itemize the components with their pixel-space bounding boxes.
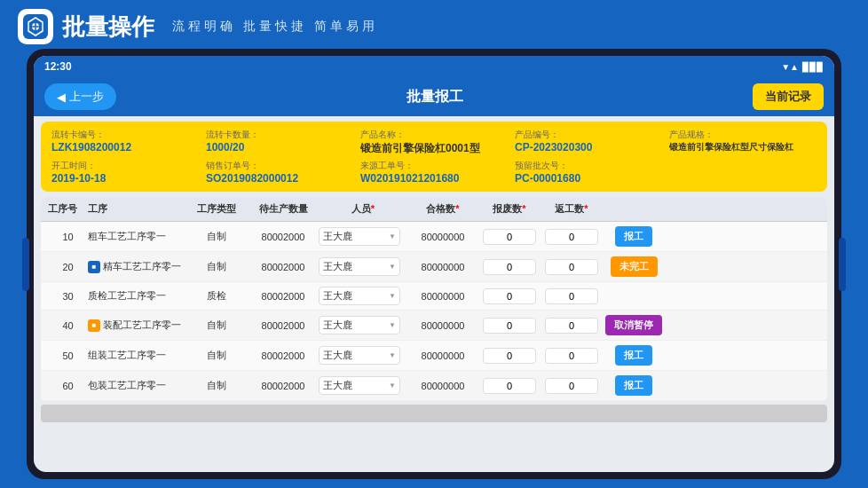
info-product-code: 产品编号： CP-2023020300 bbox=[515, 129, 662, 156]
col-name: 工序 bbox=[88, 202, 185, 216]
info-source-order: 来源工单号： W020191021201680 bbox=[360, 160, 508, 185]
signal-icon: ▉▉▉ bbox=[802, 62, 824, 72]
action-40[interactable]: 取消暂停 bbox=[603, 315, 665, 335]
action-50[interactable]: 报工 bbox=[603, 345, 665, 366]
type-60: 自制 bbox=[185, 379, 248, 392]
bottom-bar bbox=[41, 405, 827, 422]
dropdown-arrow-icon: ▼ bbox=[389, 232, 396, 240]
col-seq: 工序号 bbox=[48, 202, 88, 216]
info-product-name: 产品名称： 锻造前引擎保险杠0001型 bbox=[360, 129, 508, 156]
scrap-60[interactable] bbox=[478, 378, 541, 394]
table-row: 50 组装工艺工序零一 自制 80002000 王大鹿 ▼ 80000000 bbox=[41, 341, 827, 371]
col-person: 人员* bbox=[319, 202, 407, 216]
rework-20[interactable] bbox=[541, 259, 603, 275]
seq-10: 10 bbox=[48, 232, 88, 242]
dropdown-arrow-icon: ▼ bbox=[389, 263, 396, 271]
scrap-20[interactable] bbox=[478, 259, 541, 275]
qty-30: 80002000 bbox=[248, 291, 319, 302]
name-50: 组装工艺工序零一 bbox=[88, 349, 185, 362]
type-40: 自制 bbox=[185, 319, 248, 332]
seq-20: 20 bbox=[48, 262, 88, 272]
dropdown-arrow-icon: ▼ bbox=[389, 351, 396, 359]
qty-60: 80002000 bbox=[248, 381, 319, 391]
back-label: 上一步 bbox=[69, 89, 104, 105]
name-30: 质检工艺工序零一 bbox=[88, 289, 185, 303]
info-reserve-batch: 预留批次号： PC-00001680 bbox=[515, 160, 662, 185]
rework-10[interactable] bbox=[541, 229, 603, 245]
info-card-qty: 流转卡数量： 1000/20 bbox=[206, 129, 353, 156]
col-rework: 返工数* bbox=[541, 202, 603, 216]
name-10: 粗车工艺工序零一 bbox=[88, 230, 185, 243]
status-bar: 12:30 ▼▲ ▉▉▉ bbox=[34, 56, 834, 77]
page-title: 批量报工 bbox=[406, 88, 463, 106]
person-50[interactable]: 王大鹿 ▼ bbox=[319, 346, 407, 365]
tablet-right-button bbox=[839, 238, 846, 291]
rework-30[interactable] bbox=[541, 288, 603, 304]
table-row: 40 ■ 装配工艺工序零一 自制 80002000 王大鹿 ▼ 80000000 bbox=[41, 311, 827, 341]
info-product-spec: 产品规格： 锻造前引擎保险杠型尺寸保险杠 bbox=[669, 129, 817, 156]
wifi-icon: ▼▲ bbox=[781, 62, 799, 72]
back-button[interactable]: ◀ 上一步 bbox=[44, 83, 116, 110]
col-scrap: 报废数* bbox=[478, 202, 541, 216]
action-20[interactable]: 未完工 bbox=[603, 256, 665, 277]
name-40: ■ 装配工艺工序零一 bbox=[88, 319, 185, 332]
scrap-30[interactable] bbox=[478, 288, 541, 304]
seq-60: 60 bbox=[48, 381, 88, 391]
table-header: 工序号 工序 工序类型 待生产数量 人员* 合格数* 报废数* 返工数* bbox=[41, 197, 827, 222]
person-10[interactable]: 王大鹿 ▼ bbox=[319, 227, 407, 246]
qty-20: 80002000 bbox=[248, 262, 319, 272]
report-button-50[interactable]: 报工 bbox=[615, 345, 652, 366]
info-empty bbox=[669, 160, 817, 185]
cancel-pause-button-40[interactable]: 取消暂停 bbox=[605, 315, 662, 335]
qualified-50: 80000000 bbox=[407, 350, 478, 361]
app-title: 批量操作 bbox=[62, 12, 154, 43]
qualified-60: 80000000 bbox=[407, 381, 478, 391]
incomplete-button-20[interactable]: 未完工 bbox=[611, 256, 658, 277]
qualified-10: 80000000 bbox=[407, 232, 478, 242]
top-header: 批量操作 流程明确 批量快捷 简单易用 bbox=[0, 0, 868, 53]
status-time: 12:30 bbox=[44, 60, 72, 73]
person-20[interactable]: 王大鹿 ▼ bbox=[319, 257, 407, 276]
action-60[interactable]: 报工 bbox=[603, 375, 665, 396]
person-40[interactable]: 王大鹿 ▼ bbox=[319, 316, 407, 335]
record-button[interactable]: 当前记录 bbox=[753, 83, 824, 110]
rework-60[interactable] bbox=[541, 378, 603, 394]
status-icon-20: ■ bbox=[88, 261, 100, 273]
scrap-40[interactable] bbox=[478, 318, 541, 334]
scrap-10[interactable] bbox=[478, 229, 541, 245]
status-icon-40: ■ bbox=[88, 319, 100, 332]
rework-50[interactable] bbox=[541, 348, 603, 364]
qty-10: 80002000 bbox=[248, 232, 319, 242]
type-50: 自制 bbox=[185, 349, 248, 362]
table-row: 20 ■ 精车工艺工序零一 自制 80002000 王大鹿 ▼ 80000000 bbox=[41, 252, 827, 282]
col-type: 工序类型 bbox=[185, 202, 248, 216]
dropdown-arrow-icon: ▼ bbox=[389, 292, 396, 300]
type-20: 自制 bbox=[185, 260, 248, 273]
table-row: 30 质检工艺工序零一 质检 80002000 王大鹿 ▼ 80000000 bbox=[41, 282, 827, 311]
qualified-40: 80000000 bbox=[407, 320, 478, 331]
tablet-screen: 12:30 ▼▲ ▉▉▉ ◀ 上一步 批量报工 当前记录 流转卡编号： LZK1… bbox=[34, 56, 834, 472]
name-60: 包装工艺工序零一 bbox=[88, 379, 185, 392]
type-10: 自制 bbox=[185, 230, 248, 243]
tablet-left-button bbox=[22, 238, 29, 291]
app-subtitle: 流程明确 批量快捷 简单易用 bbox=[172, 19, 378, 35]
action-10[interactable]: 报工 bbox=[603, 226, 665, 247]
qualified-20: 80000000 bbox=[407, 262, 478, 272]
person-60[interactable]: 王大鹿 ▼ bbox=[319, 376, 407, 395]
rework-40[interactable] bbox=[541, 318, 603, 334]
col-qualified: 合格数* bbox=[407, 202, 478, 216]
back-arrow-icon: ◀ bbox=[57, 91, 66, 104]
info-card: 流转卡编号： LZK1908200012 流转卡数量： 1000/20 产品名称… bbox=[41, 122, 827, 192]
scrap-50[interactable] bbox=[478, 348, 541, 364]
report-button-60[interactable]: 报工 bbox=[615, 375, 652, 396]
seq-30: 30 bbox=[48, 291, 88, 302]
app-logo bbox=[18, 9, 53, 44]
table-row: 60 包装工艺工序零一 自制 80002000 王大鹿 ▼ 80000000 bbox=[41, 371, 827, 401]
tablet-frame: 12:30 ▼▲ ▉▉▉ ◀ 上一步 批量报工 当前记录 流转卡编号： LZK1… bbox=[27, 49, 841, 479]
person-30[interactable]: 王大鹿 ▼ bbox=[319, 287, 407, 305]
table-row: 10 粗车工艺工序零一 自制 80002000 王大鹿 ▼ 80000000 bbox=[41, 222, 827, 252]
dropdown-arrow-icon: ▼ bbox=[389, 382, 396, 390]
qty-50: 80002000 bbox=[248, 350, 319, 361]
col-action bbox=[603, 202, 665, 216]
report-button-10[interactable]: 报工 bbox=[615, 226, 652, 247]
